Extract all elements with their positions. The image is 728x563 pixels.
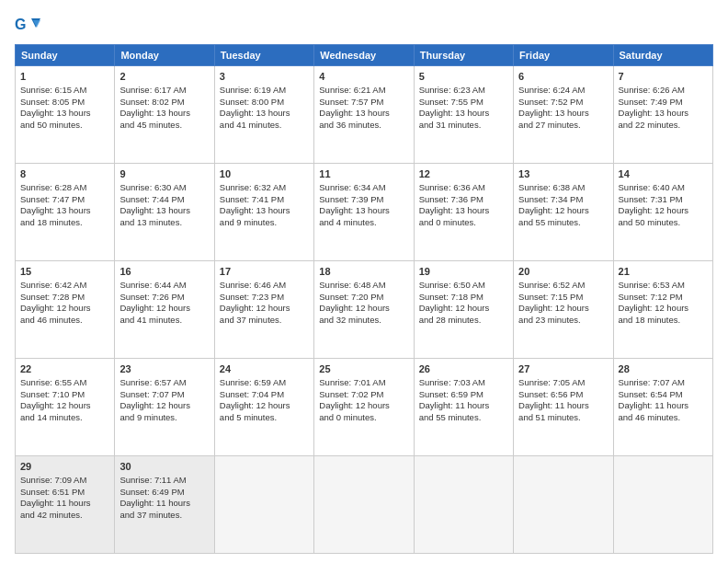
day-info-line: Sunrise: 7:07 AM: [619, 377, 708, 389]
day-number: 30: [119, 460, 209, 474]
day-info-line: Daylight: 13 hours: [20, 205, 109, 217]
day-info-line: Sunrise: 6:52 AM: [518, 280, 608, 292]
day-number: 28: [619, 362, 708, 376]
weekday-header: Saturday: [613, 45, 712, 66]
day-info-line: Sunrise: 6:32 AM: [220, 182, 309, 194]
page: G SundayMondayTuesdayWednesdayThursdayFr…: [0, 0, 728, 563]
day-info-line: Sunset: 7:07 PM: [119, 389, 209, 401]
day-info-line: Sunset: 8:00 PM: [220, 97, 309, 109]
calendar-cell: 17Sunrise: 6:46 AMSunset: 7:23 PMDayligh…: [214, 261, 313, 359]
day-info-line: Sunset: 7:57 PM: [319, 97, 408, 109]
weekday-header: Thursday: [414, 45, 513, 66]
day-info-line: Sunrise: 7:01 AM: [319, 377, 408, 389]
day-info-line: Sunrise: 6:28 AM: [20, 182, 109, 194]
day-info-line: and 9 minutes.: [220, 217, 309, 229]
calendar-cell: 5Sunrise: 6:23 AMSunset: 7:55 PMDaylight…: [414, 66, 513, 164]
day-info-line: Sunrise: 6:59 AM: [220, 377, 309, 389]
weekday-header: Monday: [115, 45, 214, 66]
weekday-header: Friday: [514, 45, 613, 66]
day-number: 29: [20, 460, 109, 474]
day-info-line: and 46 minutes.: [619, 412, 708, 424]
day-info-line: Sunrise: 6:55 AM: [20, 377, 109, 389]
day-info-line: Sunset: 7:26 PM: [119, 292, 209, 304]
day-number: 7: [619, 70, 708, 84]
day-number: 8: [20, 167, 109, 181]
day-info-line: Daylight: 12 hours: [419, 303, 508, 315]
day-number: 11: [319, 167, 408, 181]
day-info-line: Daylight: 13 hours: [119, 108, 209, 120]
day-number: 6: [518, 70, 608, 84]
day-info-line: Sunrise: 7:03 AM: [419, 377, 508, 389]
day-info-line: Sunrise: 6:57 AM: [119, 377, 209, 389]
day-number: 25: [319, 362, 408, 376]
calendar-cell: 18Sunrise: 6:48 AMSunset: 7:20 PMDayligh…: [314, 261, 414, 359]
day-number: 13: [518, 167, 608, 181]
calendar-cell: 16Sunrise: 6:44 AMSunset: 7:26 PMDayligh…: [115, 261, 214, 359]
day-info-line: Sunset: 7:18 PM: [419, 292, 508, 304]
day-info-line: Sunset: 8:02 PM: [119, 97, 209, 109]
calendar-cell: 22Sunrise: 6:55 AMSunset: 7:10 PMDayligh…: [16, 359, 115, 456]
day-info-line: Sunset: 6:51 PM: [20, 487, 109, 499]
calendar-cell: 8Sunrise: 6:28 AMSunset: 7:47 PMDaylight…: [16, 164, 115, 261]
calendar-cell: 12Sunrise: 6:36 AMSunset: 7:36 PMDayligh…: [414, 164, 513, 261]
day-info-line: Sunset: 7:41 PM: [220, 194, 309, 206]
day-info-line: Sunset: 7:02 PM: [319, 389, 408, 401]
day-number: 16: [119, 265, 209, 279]
calendar-cell: 20Sunrise: 6:52 AMSunset: 7:15 PMDayligh…: [514, 261, 613, 359]
week-row: 15Sunrise: 6:42 AMSunset: 7:28 PMDayligh…: [16, 261, 713, 359]
calendar: SundayMondayTuesdayWednesdayThursdayFrid…: [15, 44, 713, 554]
calendar-cell: [414, 456, 513, 554]
day-info-line: Sunset: 8:05 PM: [20, 97, 109, 109]
day-number: 20: [518, 265, 608, 279]
week-row: 1Sunrise: 6:15 AMSunset: 8:05 PMDaylight…: [16, 66, 713, 164]
calendar-cell: 13Sunrise: 6:38 AMSunset: 7:34 PMDayligh…: [514, 164, 613, 261]
day-info-line: Sunset: 7:04 PM: [220, 389, 309, 401]
calendar-cell: 1Sunrise: 6:15 AMSunset: 8:05 PMDaylight…: [16, 66, 115, 164]
calendar-cell: 9Sunrise: 6:30 AMSunset: 7:44 PMDaylight…: [115, 164, 214, 261]
day-info-line: Sunrise: 6:21 AM: [319, 85, 408, 97]
day-info-line: Daylight: 12 hours: [20, 303, 109, 315]
day-number: 27: [518, 362, 608, 376]
day-info-line: and 32 minutes.: [319, 315, 408, 327]
calendar-cell: 26Sunrise: 7:03 AMSunset: 6:59 PMDayligh…: [414, 359, 513, 456]
day-info-line: and 13 minutes.: [119, 217, 209, 229]
day-number: 3: [220, 70, 309, 84]
day-info-line: and 28 minutes.: [419, 315, 508, 327]
day-info-line: Sunset: 7:55 PM: [419, 97, 508, 109]
day-number: 4: [319, 70, 408, 84]
day-info-line: and 18 minutes.: [20, 217, 109, 229]
day-number: 19: [419, 265, 508, 279]
weekday-header: Tuesday: [214, 45, 313, 66]
day-info-line: and 42 minutes.: [20, 510, 109, 522]
calendar-cell: 14Sunrise: 6:40 AMSunset: 7:31 PMDayligh…: [613, 164, 712, 261]
day-info-line: Sunrise: 6:23 AM: [419, 85, 508, 97]
day-info-line: Sunset: 6:59 PM: [419, 389, 508, 401]
day-info-line: Daylight: 11 hours: [619, 400, 708, 412]
weekday-header: Sunday: [16, 45, 115, 66]
day-number: 9: [119, 167, 209, 181]
day-info-line: Sunset: 6:56 PM: [518, 389, 608, 401]
logo-icon: G: [15, 15, 40, 35]
day-info-line: Sunset: 7:49 PM: [619, 97, 708, 109]
day-info-line: Daylight: 11 hours: [20, 498, 109, 510]
day-info-line: Daylight: 13 hours: [220, 205, 309, 217]
day-number: 14: [619, 167, 708, 181]
day-info-line: Sunset: 7:28 PM: [20, 292, 109, 304]
day-number: 5: [419, 70, 508, 84]
calendar-cell: 7Sunrise: 6:26 AMSunset: 7:49 PMDaylight…: [613, 66, 712, 164]
calendar-cell: [613, 456, 712, 554]
day-info-line: Sunset: 7:34 PM: [518, 194, 608, 206]
day-info-line: Sunset: 7:39 PM: [319, 194, 408, 206]
day-number: 23: [119, 362, 209, 376]
day-info-line: Daylight: 13 hours: [220, 108, 309, 120]
day-info-line: Sunrise: 7:09 AM: [20, 475, 109, 487]
day-info-line: Sunrise: 6:38 AM: [518, 182, 608, 194]
calendar-cell: [314, 456, 414, 554]
logo: G: [15, 15, 42, 35]
day-info-line: Daylight: 11 hours: [518, 400, 608, 412]
day-info-line: Sunrise: 6:15 AM: [20, 85, 109, 97]
day-info-line: and 50 minutes.: [20, 120, 109, 132]
calendar-cell: 4Sunrise: 6:21 AMSunset: 7:57 PMDaylight…: [314, 66, 414, 164]
day-info-line: Daylight: 13 hours: [20, 108, 109, 120]
day-info-line: Sunrise: 6:48 AM: [319, 280, 408, 292]
